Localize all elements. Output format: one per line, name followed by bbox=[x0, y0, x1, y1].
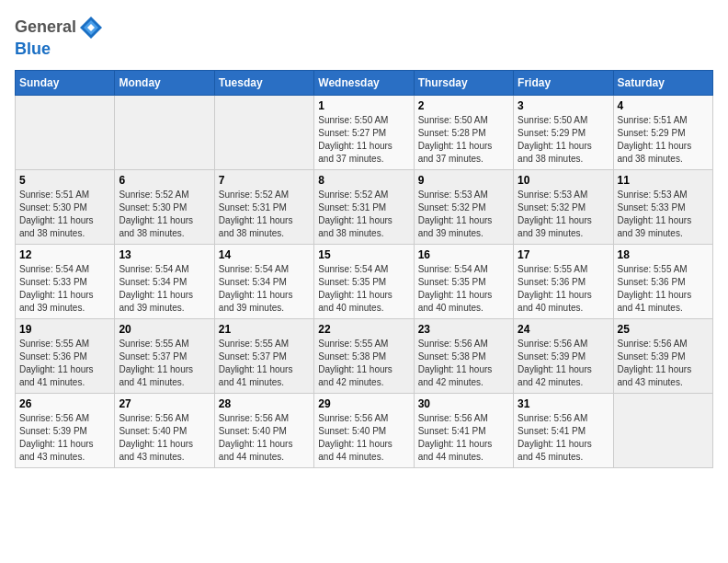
calendar-cell: 23Sunrise: 5:56 AM Sunset: 5:38 PM Dayli… bbox=[414, 318, 513, 393]
day-number: 30 bbox=[418, 397, 509, 410]
calendar-cell: 28Sunrise: 5:56 AM Sunset: 5:40 PM Dayli… bbox=[214, 393, 313, 467]
weekday-header: Friday bbox=[514, 70, 613, 95]
calendar-cell: 12Sunrise: 5:54 AM Sunset: 5:33 PM Dayli… bbox=[16, 244, 115, 318]
day-info: Sunrise: 5:55 AM Sunset: 5:37 PM Dayligh… bbox=[119, 338, 210, 389]
calendar-cell: 29Sunrise: 5:56 AM Sunset: 5:40 PM Dayli… bbox=[314, 393, 414, 467]
calendar-cell: 13Sunrise: 5:54 AM Sunset: 5:34 PM Dayli… bbox=[115, 244, 214, 318]
day-info: Sunrise: 5:55 AM Sunset: 5:36 PM Dayligh… bbox=[618, 263, 709, 315]
day-info: Sunrise: 5:56 AM Sunset: 5:40 PM Dayligh… bbox=[318, 412, 409, 464]
day-info: Sunrise: 5:50 AM Sunset: 5:27 PM Dayligh… bbox=[318, 114, 409, 166]
day-info: Sunrise: 5:55 AM Sunset: 5:37 PM Dayligh… bbox=[219, 338, 310, 389]
day-info: Sunrise: 5:55 AM Sunset: 5:36 PM Dayligh… bbox=[19, 338, 110, 389]
day-number: 4 bbox=[618, 99, 709, 112]
day-info: Sunrise: 5:53 AM Sunset: 5:32 PM Dayligh… bbox=[518, 189, 609, 240]
day-number: 11 bbox=[618, 174, 709, 187]
calendar-cell: 22Sunrise: 5:55 AM Sunset: 5:38 PM Dayli… bbox=[314, 318, 414, 393]
day-info: Sunrise: 5:56 AM Sunset: 5:40 PM Dayligh… bbox=[119, 412, 210, 464]
day-info: Sunrise: 5:56 AM Sunset: 5:39 PM Dayligh… bbox=[19, 412, 110, 464]
day-info: Sunrise: 5:53 AM Sunset: 5:33 PM Dayligh… bbox=[618, 189, 709, 240]
page-header: General Blue bbox=[15, 15, 713, 59]
day-info: Sunrise: 5:56 AM Sunset: 5:41 PM Dayligh… bbox=[518, 412, 609, 464]
calendar-cell: 18Sunrise: 5:55 AM Sunset: 5:36 PM Dayli… bbox=[613, 244, 712, 318]
calendar-cell: 31Sunrise: 5:56 AM Sunset: 5:41 PM Dayli… bbox=[514, 393, 613, 467]
calendar-cell bbox=[214, 95, 313, 169]
calendar-cell: 14Sunrise: 5:54 AM Sunset: 5:34 PM Dayli… bbox=[214, 244, 313, 318]
weekday-header: Thursday bbox=[414, 70, 513, 95]
weekday-header: Tuesday bbox=[214, 70, 313, 95]
logo-blue: Blue bbox=[15, 40, 51, 58]
calendar-week-row: 1Sunrise: 5:50 AM Sunset: 5:27 PM Daylig… bbox=[16, 95, 713, 169]
day-info: Sunrise: 5:56 AM Sunset: 5:39 PM Dayligh… bbox=[618, 338, 709, 389]
day-info: Sunrise: 5:54 AM Sunset: 5:35 PM Dayligh… bbox=[318, 263, 409, 315]
calendar-cell: 19Sunrise: 5:55 AM Sunset: 5:36 PM Dayli… bbox=[16, 318, 115, 393]
day-number: 21 bbox=[219, 323, 310, 336]
calendar-cell: 30Sunrise: 5:56 AM Sunset: 5:41 PM Dayli… bbox=[414, 393, 513, 467]
calendar-cell: 26Sunrise: 5:56 AM Sunset: 5:39 PM Dayli… bbox=[16, 393, 115, 467]
calendar-cell: 3Sunrise: 5:50 AM Sunset: 5:29 PM Daylig… bbox=[514, 95, 613, 169]
day-number: 26 bbox=[19, 397, 110, 410]
day-number: 6 bbox=[119, 174, 210, 187]
day-info: Sunrise: 5:54 AM Sunset: 5:33 PM Dayligh… bbox=[19, 263, 110, 315]
weekday-header: Sunday bbox=[16, 70, 115, 95]
calendar-cell bbox=[16, 95, 115, 169]
day-number: 15 bbox=[318, 248, 409, 261]
day-number: 18 bbox=[618, 248, 709, 261]
day-info: Sunrise: 5:51 AM Sunset: 5:30 PM Dayligh… bbox=[19, 189, 110, 240]
calendar-week-row: 5Sunrise: 5:51 AM Sunset: 5:30 PM Daylig… bbox=[16, 169, 713, 244]
calendar-cell: 27Sunrise: 5:56 AM Sunset: 5:40 PM Dayli… bbox=[115, 393, 214, 467]
day-number: 28 bbox=[219, 397, 310, 410]
day-number: 13 bbox=[119, 248, 210, 261]
day-info: Sunrise: 5:55 AM Sunset: 5:38 PM Dayligh… bbox=[318, 338, 409, 389]
calendar-cell: 24Sunrise: 5:56 AM Sunset: 5:39 PM Dayli… bbox=[514, 318, 613, 393]
day-info: Sunrise: 5:54 AM Sunset: 5:35 PM Dayligh… bbox=[418, 263, 509, 315]
calendar-cell: 20Sunrise: 5:55 AM Sunset: 5:37 PM Dayli… bbox=[115, 318, 214, 393]
calendar-cell: 15Sunrise: 5:54 AM Sunset: 5:35 PM Dayli… bbox=[314, 244, 414, 318]
day-number: 22 bbox=[318, 323, 409, 336]
calendar-cell: 1Sunrise: 5:50 AM Sunset: 5:27 PM Daylig… bbox=[314, 95, 414, 169]
day-number: 16 bbox=[418, 248, 509, 261]
calendar-cell: 10Sunrise: 5:53 AM Sunset: 5:32 PM Dayli… bbox=[514, 169, 613, 244]
logo: General Blue bbox=[15, 15, 104, 59]
day-number: 29 bbox=[318, 397, 409, 410]
calendar-cell bbox=[613, 393, 712, 467]
day-info: Sunrise: 5:50 AM Sunset: 5:28 PM Dayligh… bbox=[418, 114, 509, 166]
day-number: 7 bbox=[219, 174, 310, 187]
day-info: Sunrise: 5:52 AM Sunset: 5:30 PM Dayligh… bbox=[119, 189, 210, 240]
day-number: 25 bbox=[618, 323, 709, 336]
weekday-header: Wednesday bbox=[314, 70, 414, 95]
day-number: 9 bbox=[418, 174, 509, 187]
day-number: 23 bbox=[418, 323, 509, 336]
day-info: Sunrise: 5:56 AM Sunset: 5:40 PM Dayligh… bbox=[219, 412, 310, 464]
day-number: 3 bbox=[518, 99, 609, 112]
day-info: Sunrise: 5:54 AM Sunset: 5:34 PM Dayligh… bbox=[219, 263, 310, 315]
day-number: 20 bbox=[119, 323, 210, 336]
calendar-cell: 9Sunrise: 5:53 AM Sunset: 5:32 PM Daylig… bbox=[414, 169, 513, 244]
logo-text: General Blue bbox=[15, 15, 104, 59]
day-number: 31 bbox=[518, 397, 609, 410]
day-number: 12 bbox=[19, 248, 110, 261]
calendar-cell: 5Sunrise: 5:51 AM Sunset: 5:30 PM Daylig… bbox=[16, 169, 115, 244]
day-info: Sunrise: 5:54 AM Sunset: 5:34 PM Dayligh… bbox=[119, 263, 210, 315]
calendar-cell: 16Sunrise: 5:54 AM Sunset: 5:35 PM Dayli… bbox=[414, 244, 513, 318]
day-info: Sunrise: 5:52 AM Sunset: 5:31 PM Dayligh… bbox=[318, 189, 409, 240]
day-number: 1 bbox=[318, 99, 409, 112]
calendar-table: SundayMondayTuesdayWednesdayThursdayFrid… bbox=[15, 70, 713, 468]
day-info: Sunrise: 5:56 AM Sunset: 5:38 PM Dayligh… bbox=[418, 338, 509, 389]
day-number: 19 bbox=[19, 323, 110, 336]
logo-icon bbox=[78, 15, 104, 40]
calendar-cell: 17Sunrise: 5:55 AM Sunset: 5:36 PM Dayli… bbox=[514, 244, 613, 318]
calendar-week-row: 19Sunrise: 5:55 AM Sunset: 5:36 PM Dayli… bbox=[16, 318, 713, 393]
day-info: Sunrise: 5:52 AM Sunset: 5:31 PM Dayligh… bbox=[219, 189, 310, 240]
day-number: 24 bbox=[518, 323, 609, 336]
day-info: Sunrise: 5:50 AM Sunset: 5:29 PM Dayligh… bbox=[518, 114, 609, 166]
calendar-week-row: 12Sunrise: 5:54 AM Sunset: 5:33 PM Dayli… bbox=[16, 244, 713, 318]
calendar-cell: 21Sunrise: 5:55 AM Sunset: 5:37 PM Dayli… bbox=[214, 318, 313, 393]
day-info: Sunrise: 5:56 AM Sunset: 5:41 PM Dayligh… bbox=[418, 412, 509, 464]
calendar-cell: 25Sunrise: 5:56 AM Sunset: 5:39 PM Dayli… bbox=[613, 318, 712, 393]
day-number: 2 bbox=[418, 99, 509, 112]
calendar-cell: 7Sunrise: 5:52 AM Sunset: 5:31 PM Daylig… bbox=[214, 169, 313, 244]
day-number: 27 bbox=[119, 397, 210, 410]
calendar-cell: 11Sunrise: 5:53 AM Sunset: 5:33 PM Dayli… bbox=[613, 169, 712, 244]
day-number: 17 bbox=[518, 248, 609, 261]
weekday-header: Monday bbox=[115, 70, 214, 95]
